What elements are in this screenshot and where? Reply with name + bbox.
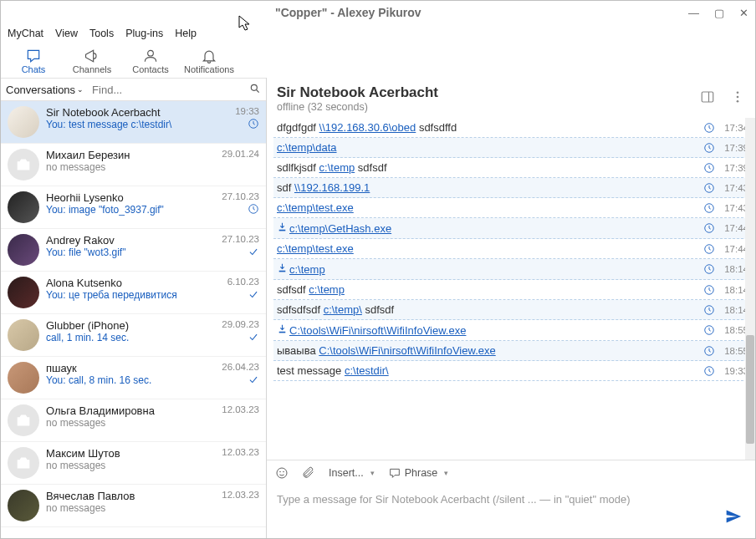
compose-toolbar: Insert...▾ Phrase▾ — [267, 460, 755, 485]
chat-preview: no messages — [46, 502, 215, 514]
message-link[interactable]: c:\temp\ — [324, 303, 362, 316]
download-icon[interactable] — [277, 221, 288, 232]
window-controls: — ▢ ✕ — [688, 7, 748, 19]
message-link[interactable]: c:\temp\test.exe — [277, 242, 354, 255]
check-icon — [248, 331, 259, 346]
message-link[interactable]: c:\testdir\ — [345, 364, 389, 377]
message-text-part: sdfsdf — [277, 283, 309, 296]
clock-icon — [703, 284, 715, 296]
avatar — [8, 106, 39, 138]
chat-item[interactable]: Ольга Владимировнаno messages12.03.23 — [1, 399, 266, 442]
more-icon[interactable] — [730, 89, 745, 108]
message-time: 18:14 — [720, 305, 748, 315]
chat-item[interactable]: пшаукYou: call, 8 min. 16 sec.26.04.23 — [1, 357, 266, 399]
notifications-icon — [180, 48, 238, 64]
message-text: ываыва C:\tools\WiFi\nirsoft\WifiInfoVie… — [277, 344, 698, 357]
search-icon[interactable] — [249, 83, 261, 97]
message-link[interactable]: c:\temp — [319, 161, 355, 174]
menu-view[interactable]: View — [55, 28, 78, 39]
menu-mychat[interactable]: MyChat — [8, 28, 43, 39]
chat-item[interactable]: Andrey RakovYou: file "wot3.gif"27.10.23 — [1, 229, 266, 272]
attach-button[interactable] — [302, 466, 315, 480]
menu-tools[interactable]: Tools — [89, 28, 114, 39]
scrollbar-thumb[interactable] — [746, 335, 754, 444]
message-text-part: sdfsdfsdf — [277, 303, 324, 316]
chat-item[interactable]: Glubber (iPhone)call, 1 min. 14 sec.29.0… — [1, 314, 266, 357]
chat-name: Ольга Владимировна — [46, 404, 215, 417]
message-text: c:\temp\GetHash.exe — [277, 221, 698, 235]
message-link[interactable]: c:\temp\data — [277, 141, 337, 154]
message-row: c:\temp\test.exe17:43 — [273, 198, 752, 218]
message-link[interactable]: C:\tools\WiFi\nirsoft\WifiInfoView.exe — [289, 324, 466, 337]
download-icon[interactable] — [277, 323, 288, 334]
check-icon — [248, 374, 259, 389]
chat-list: Sir Notebook AcerbachtYou: test message … — [1, 101, 266, 538]
compose-placeholder: Type a message for Sir Notebook Acerbach… — [277, 493, 745, 506]
scrollbar[interactable] — [745, 118, 755, 460]
message-time: 18:14 — [720, 285, 748, 295]
message-row: c:\temp\data17:39 — [273, 138, 752, 158]
message-text-part: sdf — [277, 181, 294, 194]
chat-date: 6.10.23 — [227, 277, 259, 287]
menu-help[interactable]: Help — [175, 28, 197, 39]
message-time: 17:44 — [720, 223, 748, 233]
svg-point-6 — [21, 461, 26, 466]
svg-point-10 — [737, 100, 739, 103]
clock-icon — [703, 243, 715, 255]
download-icon[interactable] — [277, 262, 288, 273]
message-text-part: ываыва — [277, 344, 319, 357]
message-link[interactable]: \\192.168.30.6\obed — [319, 121, 416, 134]
message-text: sdlfkjsdf c:\temp sdfsdf — [277, 161, 698, 174]
message-text: sdfsdfsdf c:\temp\ sdfsdf — [277, 303, 698, 316]
chat-date: 29.09.23 — [222, 319, 259, 329]
message-time: 17:39 — [720, 163, 748, 173]
clock-icon — [248, 118, 259, 133]
chat-item[interactable]: Михаил Березинno messages29.01.24 — [1, 144, 266, 186]
caret-down-icon: ▾ — [370, 469, 375, 477]
tab-channels[interactable]: Channels — [63, 48, 121, 74]
search-input[interactable] — [92, 84, 249, 96]
compose-input[interactable]: Type a message for Sir Notebook Acerbach… — [267, 485, 755, 538]
clock-icon — [703, 345, 715, 357]
minimize-button[interactable]: — — [688, 7, 699, 19]
message-link[interactable]: C:\tools\WiFi\nirsoft\WifiInfoView.exe — [319, 344, 495, 357]
message-row: sdf \\192.168.199.117:43 — [273, 178, 752, 198]
svg-rect-7 — [702, 92, 713, 102]
tab-notifications[interactable]: Notifications — [180, 48, 238, 74]
chat-preview: You: call, 8 min. 16 sec. — [46, 374, 215, 386]
tab-contacts[interactable]: Contacts — [121, 48, 180, 74]
message-area: dfgdfgdf \\192.168.30.6\obed sdfsdffd17:… — [267, 118, 755, 460]
send-button[interactable] — [725, 508, 742, 528]
chat-preview: You: це треба передивитися — [46, 289, 221, 301]
message-link[interactable]: c:\temp\test.exe — [277, 201, 354, 214]
message-text-part: sdfsdf — [355, 161, 386, 174]
chat-item[interactable]: Heorhii LysenkoYou: image "foto_3937.gif… — [1, 186, 266, 229]
close-button[interactable]: ✕ — [739, 7, 748, 19]
chat-date: 29.01.24 — [222, 149, 259, 159]
message-text-part: sdlfkjsdf — [277, 161, 319, 174]
chat-item[interactable]: Sir Notebook AcerbachtYou: test message … — [1, 101, 266, 144]
message-link[interactable]: \\192.168.199.1 — [294, 181, 370, 194]
chat-item[interactable]: Максим Шутовno messages12.03.23 — [1, 442, 266, 485]
chat-preview: no messages — [46, 417, 215, 429]
menu-plug-ins[interactable]: Plug-ins — [125, 28, 163, 39]
chat-item[interactable]: Alona KutsenkoYou: це треба передивитися… — [1, 272, 266, 314]
message-text: c:\temp — [277, 262, 698, 276]
maximize-button[interactable]: ▢ — [714, 7, 724, 19]
status-text: offline — [277, 101, 304, 113]
chat-date: 12.03.23 — [222, 447, 259, 457]
conversations-dropdown[interactable]: Conversations ⌄ — [6, 84, 84, 96]
chat-preview: You: image "foto_3937.gif" — [46, 204, 215, 216]
message-link[interactable]: c:\temp — [309, 283, 345, 296]
message-link[interactable]: c:\temp — [289, 263, 325, 276]
clock-icon — [703, 182, 715, 194]
message-row: sdfsdf c:\temp18:14 — [273, 280, 752, 300]
chat-name: Alona Kutsenko — [46, 277, 221, 289]
chat-item[interactable]: Вячеслав Павловno messages12.03.23 — [1, 485, 266, 527]
phrase-button[interactable]: Phrase▾ — [388, 466, 449, 480]
emoji-button[interactable] — [275, 466, 289, 480]
message-link[interactable]: c:\temp\GetHash.exe — [289, 222, 391, 235]
insert-button[interactable]: Insert...▾ — [329, 467, 375, 479]
panel-toggle-icon[interactable] — [700, 89, 715, 108]
tab-chats[interactable]: Chats — [4, 48, 63, 74]
